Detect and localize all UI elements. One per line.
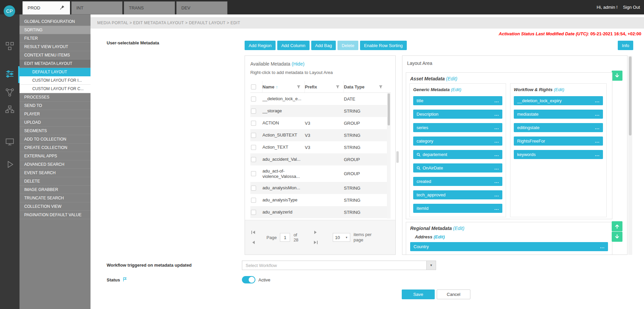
row-checkbox[interactable] — [251, 171, 256, 176]
tab-int[interactable]: INT — [71, 1, 122, 14]
tab-dev[interactable]: DEV — [176, 1, 227, 14]
sidebar-item-global-configuration[interactable]: GLOBAL CONFIGURATION — [20, 17, 91, 26]
scrollbar-thumb[interactable] — [629, 56, 632, 136]
metadata-chip[interactable]: OnAirDate... — [413, 163, 502, 172]
row-checkbox[interactable] — [251, 186, 256, 191]
drag-handle-icon[interactable]: ... — [494, 112, 499, 117]
tab-prod[interactable]: PROD — [23, 1, 70, 14]
row-checkbox[interactable] — [251, 109, 256, 114]
drag-handle-icon[interactable]: ... — [494, 125, 499, 130]
first-page-icon[interactable] — [250, 229, 257, 235]
row-checkbox[interactable] — [251, 198, 256, 203]
sidebar-item-default-layout[interactable]: DEFAULT LAYOUT — [20, 68, 91, 76]
filter-icon[interactable] — [379, 85, 383, 89]
status-toggle[interactable] — [242, 276, 255, 283]
select-all-checkbox[interactable] — [251, 84, 256, 89]
sidebar-item-event-search[interactable]: EVENT SEARCH — [20, 169, 91, 177]
move-up-button[interactable] — [612, 221, 622, 231]
row-checkbox[interactable] — [251, 121, 256, 126]
metadata-chip[interactable]: keywords... — [514, 150, 603, 159]
workflow-select[interactable]: Select Workflow ▼ — [242, 261, 436, 270]
delete-button[interactable]: Delete — [337, 41, 358, 50]
row-checkbox[interactable] — [251, 210, 256, 215]
row-checkbox[interactable] — [251, 145, 256, 150]
row-checkbox[interactable] — [251, 157, 256, 162]
add-region-button[interactable]: Add Region — [245, 41, 276, 50]
metadata-chip[interactable]: mediastate... — [514, 110, 603, 119]
table-row[interactable]: adu_analysisMon... STRING — [250, 182, 391, 194]
sidebar-item-delete[interactable]: DELETE — [20, 177, 91, 186]
apps-icon[interactable] — [5, 137, 15, 147]
metadata-chip[interactable]: created... — [413, 177, 502, 186]
row-checkbox[interactable] — [251, 96, 256, 102]
metadata-chip[interactable]: RightsFreeFor... — [514, 137, 603, 146]
panel-splitter[interactable] — [396, 151, 399, 163]
flag-icon[interactable] — [122, 277, 127, 283]
table-row[interactable]: adu_analyzerId STRING — [250, 206, 391, 218]
metadata-chip[interactable]: editingstate... — [514, 123, 603, 132]
drag-handle-icon[interactable]: ... — [494, 98, 499, 103]
asset-metadata-edit-link[interactable]: (Edit) — [446, 76, 457, 81]
sidebar-item-custom-layout-2[interactable]: CUSTOM LAYOUT FOR C... — [20, 85, 91, 93]
metadata-chip[interactable]: series... — [413, 123, 502, 132]
previous-page-icon[interactable] — [250, 239, 257, 245]
workflow-rights-edit-link[interactable]: (Edit) — [554, 87, 564, 92]
app-logo[interactable]: CP — [4, 5, 15, 17]
sidebar-item-send-to[interactable]: SEND TO — [20, 102, 91, 110]
address-edit-link[interactable]: (Edit) — [434, 234, 445, 239]
sidebar-item-sorting[interactable]: SORTING — [20, 26, 91, 34]
workflow-icon[interactable] — [5, 87, 15, 98]
drag-handle-icon[interactable]: ... — [600, 244, 605, 249]
layout-area-scrollbar[interactable] — [628, 56, 632, 255]
sidebar-item-segments[interactable]: SEGMENTS — [20, 127, 91, 135]
table-row[interactable]: adu_analysisType STRING — [250, 194, 391, 206]
sidebar-item-filter[interactable]: FILTER — [20, 34, 91, 43]
move-down-button[interactable] — [612, 232, 622, 242]
column-header-prefix[interactable]: Prefix — [305, 81, 344, 92]
sidebar-item-collection-view[interactable]: COLLECTION VIEW — [20, 202, 91, 211]
drag-handle-icon[interactable]: ... — [595, 152, 600, 157]
metadata-chip[interactable]: Description... — [413, 110, 502, 119]
info-button[interactable]: Info — [618, 41, 633, 50]
add-column-button[interactable]: Add Column — [277, 41, 310, 50]
sidebar-item-add-to-collection[interactable]: ADD TO COLLECTION — [20, 135, 91, 144]
drag-handle-icon[interactable]: ... — [595, 125, 600, 130]
table-row[interactable]: adu_accident_Val... GROUP — [250, 153, 391, 165]
sidebar-item-upload[interactable]: UPLOAD — [20, 118, 91, 127]
sidebar-item-edit-metadata-layout[interactable]: EDIT METADATA LAYOUT — [20, 60, 91, 68]
sidebar-item-external-apps[interactable]: EXTERNAL APPS — [20, 152, 91, 160]
add-bag-button[interactable]: Add Bag — [311, 41, 336, 50]
cancel-button[interactable]: Cancel — [437, 289, 470, 299]
sidebar-item-advanced-search[interactable]: ADVANCED SEARCH — [20, 160, 91, 169]
sidebar-item-processes[interactable]: PROCESSES — [20, 93, 91, 102]
hide-link[interactable]: (Hide) — [292, 61, 305, 67]
next-page-icon[interactable] — [312, 229, 319, 235]
regional-metadata-edit-link[interactable]: (Edit) — [453, 226, 464, 231]
page-number-input[interactable] — [280, 233, 290, 242]
table-row[interactable]: __deletion_lock_e... DATE — [250, 93, 391, 105]
drag-handle-icon[interactable]: ... — [494, 206, 499, 211]
table-row[interactable]: __storage STRING — [250, 105, 391, 117]
sidebar-item-image-grabber[interactable]: IMAGE GRABBER — [20, 186, 91, 194]
save-button[interactable]: Save — [402, 289, 435, 299]
table-scrollbar[interactable] — [387, 93, 391, 219]
sidebar-item-create-collection[interactable]: CREATE COLLECTION — [20, 144, 91, 152]
enable-row-sorting-button[interactable]: Enable Row Sorting — [360, 41, 407, 50]
drag-handle-icon[interactable]: ... — [494, 165, 499, 170]
metadata-chip[interactable]: title... — [413, 96, 502, 105]
table-row[interactable]: adu_act-of-violence_Valossa... GROUP — [250, 165, 391, 182]
table-row[interactable]: Action_SUBTEXT V3 STRING — [250, 129, 391, 141]
metadata-chip[interactable]: category... — [413, 137, 502, 146]
drag-handle-icon[interactable]: ... — [595, 112, 600, 117]
sign-out-link[interactable]: Sign Out — [623, 5, 640, 10]
hierarchy-icon[interactable] — [5, 105, 15, 115]
sidebar-item-player[interactable]: PLAYER — [20, 110, 91, 118]
sidebar-item-pagination-default-value[interactable]: PAGINATION DEFAULT VALUE — [20, 211, 91, 219]
metadata-chip[interactable]: Country... — [410, 242, 608, 251]
drag-handle-icon[interactable]: ... — [494, 192, 499, 197]
metadata-chip[interactable]: tech_approved... — [413, 190, 502, 199]
last-page-icon[interactable] — [312, 239, 319, 245]
row-checkbox[interactable] — [251, 133, 256, 138]
drag-handle-icon[interactable]: ... — [494, 152, 499, 157]
sidebar-item-result-view-layout[interactable]: RESULT VIEW LAYOUT — [20, 43, 91, 51]
